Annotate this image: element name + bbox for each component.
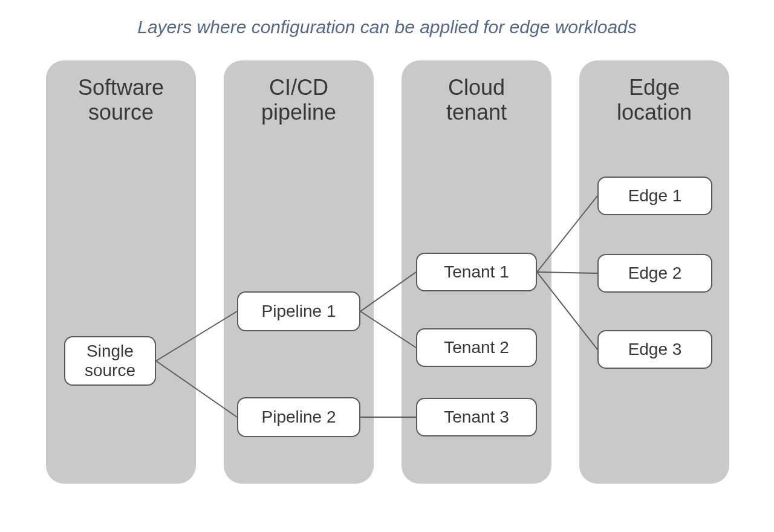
column-header: CI/CD pipeline — [224, 75, 374, 125]
column-header-line1: Edge — [629, 75, 680, 100]
node-label: Tenant 1 — [444, 262, 509, 282]
column-header-line1: Software — [78, 75, 164, 100]
column-header: Edge location — [579, 75, 729, 125]
node-label: Edge 3 — [628, 340, 682, 359]
diagram-title: Layers where configuration can be applie… — [0, 17, 774, 37]
column-header: Cloud tenant — [402, 75, 551, 125]
column-header-line2: pipeline — [261, 100, 336, 125]
node-tenant-2: Tenant 2 — [416, 328, 537, 367]
node-edge-3: Edge 3 — [597, 330, 712, 369]
column-header-line2: tenant — [446, 100, 507, 125]
diagram-stage: Layers where configuration can be applie… — [0, 0, 774, 532]
column-header-line2: location — [617, 100, 692, 125]
column-header-line1: CI/CD — [269, 75, 328, 100]
node-label: Tenant 3 — [444, 407, 509, 427]
node-label: Pipeline 2 — [262, 407, 336, 427]
node-pipeline-2: Pipeline 2 — [237, 397, 360, 437]
node-label: Pipeline 1 — [262, 302, 336, 321]
node-label-line1: Single — [86, 342, 134, 360]
node-label-line2: source — [85, 361, 135, 380]
node-tenant-1: Tenant 1 — [416, 253, 537, 291]
node-label: Edge 2 — [628, 264, 682, 283]
node-label: Tenant 2 — [444, 338, 509, 357]
node-edge-2: Edge 2 — [597, 254, 712, 293]
node-edge-1: Edge 1 — [597, 177, 712, 215]
node-tenant-3: Tenant 3 — [416, 398, 537, 436]
column-header: Software source — [46, 75, 196, 125]
node-single-source: Single source — [64, 336, 156, 386]
node-label: Edge 1 — [628, 186, 682, 206]
column-header-line1: Cloud — [448, 75, 505, 100]
column-header-line2: source — [88, 100, 154, 125]
column-software-source: Software source — [46, 60, 196, 484]
node-pipeline-1: Pipeline 1 — [237, 291, 360, 331]
